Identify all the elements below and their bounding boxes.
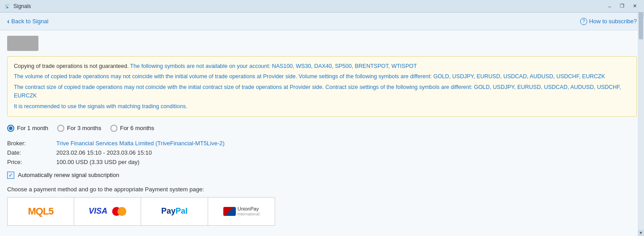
price-value: 100.00 USD (3.33 USD per day) <box>56 159 139 165</box>
paypal-blue-text: Pal <box>176 206 188 215</box>
date-row: Date: 2023.02.06 15:10 - 2023.03.06 15:1… <box>7 149 637 156</box>
back-label: Back to Signal <box>11 18 48 25</box>
payment-visa[interactable]: VISA <box>74 197 141 226</box>
payment-methods: MQL5 VISA PayPal <box>7 197 637 226</box>
radio-1month-circle[interactable] <box>7 125 14 132</box>
mql5-logo: MQL5 <box>28 206 53 217</box>
warning-line1-blue: The following symbols are not available … <box>129 63 417 69</box>
warning-line2: The volume of copied trade operations ma… <box>14 72 630 81</box>
scroll-down-arrow[interactable]: ▼ <box>638 230 644 236</box>
content-area: Copying of trade operations is not guara… <box>0 30 644 236</box>
payment-paypal[interactable]: PayPal <box>141 197 208 226</box>
auto-renew-label: Automatically renew signal subscription <box>18 172 119 178</box>
price-label: Price: <box>7 159 56 165</box>
subscription-3months-label: For 3 months <box>67 125 101 131</box>
subscription-3months[interactable]: For 3 months <box>57 125 101 132</box>
restore-button[interactable]: ❐ <box>616 2 628 11</box>
visa-text: VISA <box>88 206 107 216</box>
price-row: Price: 100.00 USD (3.33 USD per day) <box>7 159 637 165</box>
date-value: 2023.02.06 15:10 - 2023.03.06 15:10 <box>56 149 152 156</box>
broker-value: Trive Financial Services Malta Limited (… <box>56 140 225 147</box>
subscription-6months[interactable]: For 6 months <box>110 125 155 132</box>
window-controls: – ❐ ✕ <box>604 2 640 11</box>
auto-renew-checkbox[interactable]: ✓ <box>7 172 14 179</box>
subscription-6months-label: For 6 months <box>120 125 155 131</box>
back-arrow-icon: ‹ <box>7 17 9 25</box>
how-to-subscribe-link[interactable]: ? How to subscribe? <box>580 18 637 25</box>
app-icon: 📡 <box>4 3 11 10</box>
subscription-1month-label: For 1 month <box>17 125 48 131</box>
toolbar: ‹ Back to Signal ? How to subscribe? <box>0 13 644 30</box>
payment-section: Choose a payment method and go to the ap… <box>7 186 637 226</box>
back-to-signal-link[interactable]: ‹ Back to Signal <box>7 17 48 25</box>
visa-logo: VISA <box>88 206 126 216</box>
payment-section-label: Choose a payment method and go to the ap… <box>7 186 637 193</box>
payment-unionpay[interactable]: UnionPay International <box>208 197 275 226</box>
subscription-options: For 1 month For 3 months For 6 months <box>7 125 637 132</box>
vertical-scrollbar[interactable]: ▲ ▼ <box>638 13 644 236</box>
minimize-button[interactable]: – <box>604 2 615 11</box>
question-icon: ? <box>580 18 587 25</box>
auto-renew-row[interactable]: ✓ Automatically renew signal subscriptio… <box>7 172 637 179</box>
unionpay-icon <box>223 207 236 216</box>
broker-label: Broker: <box>7 140 56 147</box>
app-title: Signals <box>13 3 31 9</box>
warning-box: Copying of trade operations is not guara… <box>7 56 637 117</box>
date-label: Date: <box>7 149 56 156</box>
close-button[interactable]: ✕ <box>629 2 640 11</box>
payment-mql5[interactable]: MQL5 <box>7 197 74 226</box>
window-body: ‹ Back to Signal ? How to subscribe? Cop… <box>0 13 644 236</box>
title-bar: 📡 Signals – ❐ ✕ <box>0 0 644 13</box>
how-to-label: How to subscribe? <box>589 18 637 25</box>
checkmark-icon: ✓ <box>8 172 13 178</box>
paypal-logo: PayPal <box>161 206 188 216</box>
warning-line1: Copying of trade operations is not guara… <box>14 62 630 71</box>
signal-image <box>7 36 38 51</box>
mastercard-orange-circle <box>117 207 126 216</box>
radio-6months-circle[interactable] <box>110 125 117 132</box>
warning-line4: It is recommended to use the signals wit… <box>14 102 630 111</box>
unionpay-text-block: UnionPay International <box>238 206 260 216</box>
unionpay-logo: UnionPay International <box>223 206 260 216</box>
scrollbar-thumb[interactable] <box>639 13 643 39</box>
broker-row: Broker: Trive Financial Services Malta L… <box>7 140 637 147</box>
warning-line1-black: Copying of trade operations is not guara… <box>14 63 129 69</box>
subscription-1month[interactable]: For 1 month <box>7 125 48 132</box>
unionpay-name: UnionPay <box>238 206 260 212</box>
info-table: Broker: Trive Financial Services Malta L… <box>7 140 637 165</box>
unionpay-intl: International <box>238 212 260 216</box>
warning-line3: The contract size of copied trade operat… <box>14 83 630 101</box>
radio-3months-circle[interactable] <box>57 125 64 132</box>
